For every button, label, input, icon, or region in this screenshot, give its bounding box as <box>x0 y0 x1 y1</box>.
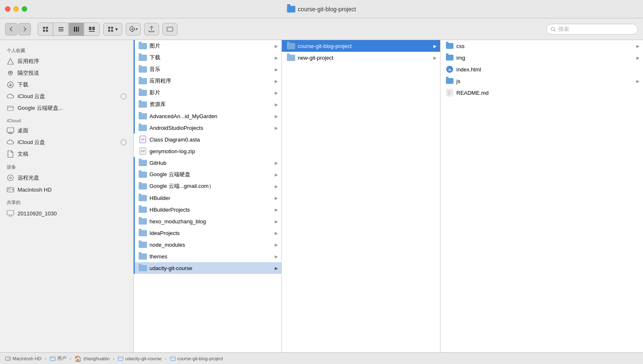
file-item-advanced-android[interactable]: AdvancedAn...id_MyGarden ▶ <box>134 110 281 122</box>
file-item-course-git-blog[interactable]: course-git-blog-project ▶ <box>282 40 440 52</box>
group-button[interactable]: ▾ <box>103 23 122 35</box>
file-item-hexo[interactable]: hexo_moduzhang_blog ▶ <box>134 215 281 227</box>
traffic-lights[interactable] <box>5 6 27 12</box>
forward-button[interactable] <box>18 23 31 35</box>
html-file-icon: W <box>446 66 454 73</box>
list-view-button[interactable] <box>53 23 68 35</box>
minimize-button[interactable] <box>13 6 19 12</box>
folder-icon-pictures <box>139 43 147 49</box>
folder-icon-themes <box>139 253 147 260</box>
icloud-progress2 <box>121 139 127 145</box>
gallery-view-button[interactable] <box>84 23 99 35</box>
file-item-google-gmail[interactable]: Google 云端...gmail.com） ▶ <box>134 180 281 192</box>
svg-point-21 <box>10 72 11 74</box>
file-item-hbuilder-projects[interactable]: HBuilderProjects ▶ <box>134 204 281 215</box>
asta-file-icon: AS <box>139 136 147 143</box>
breadcrumb-macintosh-hd-label: Macintosh HD <box>13 356 41 361</box>
file-item-img[interactable]: img ▶ <box>440 52 643 63</box>
breadcrumb-zhanghuabin[interactable]: 🏠 zhanghuabin <box>74 355 109 362</box>
settings-button[interactable]: ▾ <box>126 23 141 35</box>
file-item-downloads2[interactable]: 下载 ▶ <box>134 52 281 63</box>
view-mode-buttons <box>38 23 100 36</box>
file-item-music[interactable]: 音乐 ▶ <box>134 63 281 75</box>
file-item-movies[interactable]: 影片 ▶ <box>134 87 281 99</box>
sidebar-item-icloud-drive[interactable]: iCloud 云盘 <box>0 91 133 102</box>
file-item-node-modules[interactable]: node_modules ▶ <box>134 239 281 250</box>
file-item-android-studio[interactable]: AndroidStudioProjects ▶ <box>134 122 281 134</box>
share-button[interactable] <box>144 23 159 35</box>
toolbar: ▾ ▾ 搜索 <box>0 18 643 40</box>
file-item-index-html[interactable]: W index.html <box>440 63 643 75</box>
breadcrumb-users[interactable]: 用户 <box>50 355 66 361</box>
sidebar-item-desktop[interactable]: 桌面 <box>0 125 133 136</box>
sidebar-label-icloud: iCloud 云盘 <box>18 93 45 100</box>
file-item-readme[interactable]: README.md <box>440 87 643 99</box>
folder-icon-movies <box>139 89 147 96</box>
file-item-class-diagram[interactable]: AS Class Diagram0.asta <box>134 134 281 145</box>
close-button[interactable] <box>5 6 10 12</box>
sidebar-item-airdrop[interactable]: 隔空投送 <box>0 67 133 79</box>
file-item-github[interactable]: GitHub ▶ <box>134 157 281 169</box>
file-item-google-cloud[interactable]: Google 云端硬盘 ▶ <box>134 169 281 180</box>
folder-icon-android <box>139 113 147 119</box>
main-content: 个人收藏 应用程序 隔空投送 下载 iCloud 云盘 <box>0 40 643 352</box>
breadcrumb-zhanghuabin-label: zhanghuabin <box>83 356 109 361</box>
icon-view-button[interactable] <box>38 23 53 35</box>
title-bar: course-git-blog-project <box>0 0 643 18</box>
svg-point-35 <box>9 358 10 359</box>
sidebar-item-downloads[interactable]: 下载 <box>0 79 133 91</box>
folder-icon-img <box>446 54 454 61</box>
folder-icon-music <box>139 66 147 73</box>
svg-rect-33 <box>447 89 453 96</box>
sidebar-item-documents[interactable]: 文稿 <box>0 148 133 160</box>
svg-rect-30 <box>7 210 14 215</box>
file-item-pictures[interactable]: 图片 ▶ <box>134 40 281 52</box>
search-box[interactable]: 搜索 <box>546 24 638 35</box>
svg-point-27 <box>10 177 11 179</box>
file-item-genymotion[interactable]: ZIP genymotion-log.zip <box>134 145 281 157</box>
sidebar-item-remote-disc[interactable]: 远程光盘 <box>0 172 133 184</box>
file-column-1: 图片 ▶ 下载 ▶ 音乐 ▶ 应用程序 ▶ 影片 ▶ <box>134 40 282 352</box>
sidebar-item-apps[interactable]: 应用程序 <box>0 56 133 67</box>
file-item-themes[interactable]: themes ▶ <box>134 250 281 262</box>
breadcrumb-course-git-blog[interactable]: course-git-blog-project <box>170 356 223 361</box>
sidebar-item-google-drive[interactable]: Google 云端硬盘... <box>0 102 133 114</box>
sidebar-item-icloud-drive2[interactable]: iCloud 云盘 <box>0 136 133 148</box>
folder-icon-hbuilder <box>139 195 147 201</box>
svg-rect-5 <box>58 29 63 30</box>
sidebar-label-remote-disc: 远程光盘 <box>18 174 39 182</box>
zip-file-icon: ZIP <box>139 148 147 154</box>
sidebar-label-airdrop: 隔空投送 <box>18 69 39 77</box>
file-item-css[interactable]: css ▶ <box>440 40 643 52</box>
back-button[interactable] <box>5 23 18 35</box>
breadcrumb-udacity[interactable]: udacity-git-course <box>118 356 162 361</box>
sidebar-label-macintosh-hd: Macintosh HD <box>18 187 52 193</box>
folder-icon-android-studio <box>139 124 147 131</box>
sidebar-label-desktop: 桌面 <box>18 127 28 134</box>
file-item-idea[interactable]: IdeaProjects ▶ <box>134 227 281 239</box>
file-item-hbuilder[interactable]: HBuilder ▶ <box>134 192 281 204</box>
file-item-apps2[interactable]: 应用程序 ▶ <box>134 75 281 87</box>
file-item-resources[interactable]: 资源库 ▶ <box>134 99 281 110</box>
breadcrumb-macintosh-hd[interactable]: Macintosh HD <box>5 356 41 361</box>
tag-button[interactable] <box>162 23 177 35</box>
folder-icon-js <box>446 78 454 84</box>
apps-icon <box>7 58 14 65</box>
folder-icon-hbuilder-proj <box>139 206 147 213</box>
file-item-udacity-git[interactable]: udacity-git-course ▶ <box>134 262 281 274</box>
sidebar-item-shared-1[interactable]: 20110920_1030 <box>0 207 133 219</box>
sidebar-item-macintosh-hd[interactable]: Macintosh HD <box>0 184 133 195</box>
desktop-icon <box>7 127 14 134</box>
maximize-button[interactable] <box>22 6 27 12</box>
file-item-new-git-project[interactable]: new-git-project ▶ <box>282 52 440 63</box>
column-view-button[interactable] <box>69 23 84 35</box>
folder-icon-dl <box>139 54 147 61</box>
home-icon: 🏠 <box>74 355 81 362</box>
svg-rect-10 <box>89 27 91 30</box>
disk-icon <box>5 356 11 361</box>
hd-icon <box>7 186 14 193</box>
file-item-js[interactable]: js ▶ <box>440 75 643 87</box>
svg-rect-37 <box>118 357 123 361</box>
svg-rect-14 <box>111 27 113 29</box>
sidebar-section-shared: 共享的 <box>0 195 133 207</box>
